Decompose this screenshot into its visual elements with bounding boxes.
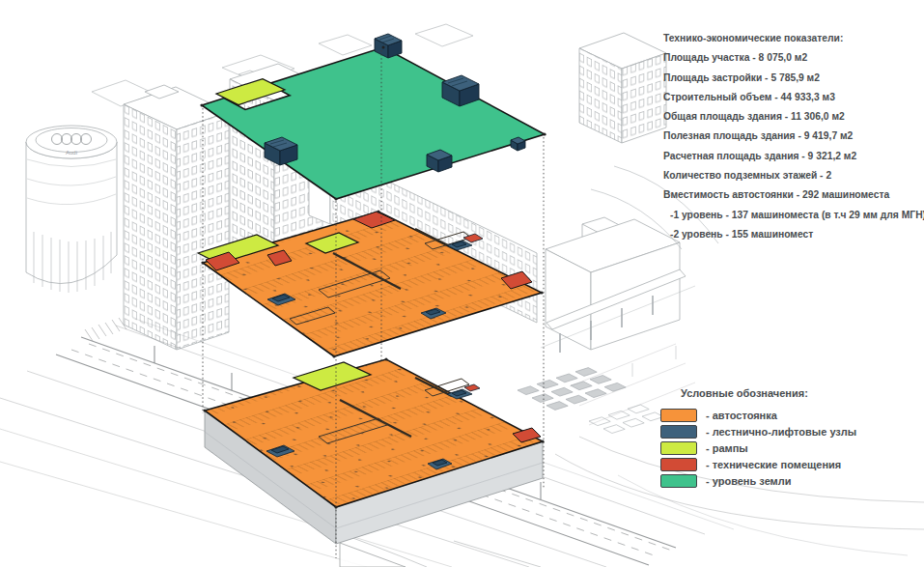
indicator-parking-capacity: Вместимость автостоянки - 292 машиномест… <box>663 185 924 205</box>
legend-label: - автостоянка <box>706 410 777 421</box>
legend-item-technical-rooms: - технические помещения <box>660 456 856 472</box>
legend-item-ramps: - рампы <box>660 439 856 456</box>
level-minus-2-plate <box>205 359 543 544</box>
legend: Условные обозначения: - автостоянка - ле… <box>660 386 856 489</box>
technical-rooms-color-swatch <box>660 458 697 471</box>
parking-color-swatch <box>660 409 697 422</box>
stair-cores-color-swatch <box>660 425 697 439</box>
right-block-building <box>579 33 666 143</box>
indicator-underground-floors: Количество подземных этажей - 2 <box>663 166 924 185</box>
legend-item-stair-cores: - лестнично-лифтовые узлы <box>660 423 856 439</box>
ramps-color-swatch <box>660 441 697 455</box>
indicator-estimated-area: Расчетная площадь здания - 9 321,2 м2 <box>663 147 924 166</box>
indicator-level-2: -2 уровень - 155 машиномест <box>663 225 924 244</box>
scheme-page: Audi <box>0 0 924 567</box>
legend-label: - рампы <box>706 442 748 454</box>
legend-label: - лестнично-лифтовые узлы <box>706 426 856 438</box>
technical-indicators-panel: Технико-экономические показатели: Площад… <box>663 29 924 244</box>
indicator-level-1: -1 уровень - 137 машиноместа (в т.ч 29 м… <box>663 206 924 225</box>
audi-logo-label: Audi <box>66 150 77 156</box>
indicator-total-area: Общая площадь здания - 11 306,0 м2 <box>663 107 924 127</box>
indicator-usable-area: Полезная площадь здания - 9 419,7 м2 <box>663 127 924 146</box>
indicator-building-volume: Строительный объем - 44 933,3 м3 <box>663 88 924 107</box>
indicator-site-area: Площадь участка - 8 075,0 м2 <box>663 48 924 68</box>
legend-label: - технические помещения <box>706 459 841 470</box>
indicator-built-area: Площадь застройки - 5 785,9 м2 <box>663 69 924 88</box>
ground-level-color-swatch <box>660 474 697 488</box>
indicators-title: Технико-экономические показатели: <box>663 29 924 48</box>
legend-item-parking: - автостоянка <box>660 407 856 423</box>
legend-title: Условные обозначения: <box>681 386 856 400</box>
audi-tower: Audi <box>26 126 117 293</box>
legend-label: - уровень земли <box>706 475 792 487</box>
legend-item-ground-level: - уровень земли <box>660 472 856 489</box>
